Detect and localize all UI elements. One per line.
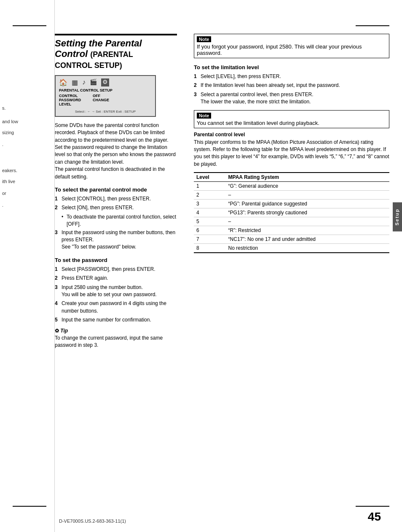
table-row: 2–: [194, 191, 389, 200]
menu-row-2: PASSWORD CHANGE: [59, 98, 152, 102]
menu-nav: Select : ← → Set : ENTER Exit : SETUP: [59, 110, 152, 113]
table-row: 1“G”: General audience: [194, 182, 389, 191]
table-row: 5–: [194, 217, 389, 226]
table-cell-level: 2: [194, 191, 226, 200]
home-icon: 🏠: [59, 78, 67, 86]
set-password-step-3: 3 Input 2580 using the number button.You…: [55, 284, 177, 299]
table-cell-level: 3: [194, 200, 226, 208]
set-limitation-label: To set the limitation level: [194, 64, 259, 70]
music-icon: ♪: [82, 78, 86, 86]
set-password-label: To set the password: [55, 257, 107, 263]
menu-icon: ▦: [72, 78, 78, 86]
left-column: Setting the ParentalControl (PARENTALCON…: [55, 34, 185, 498]
page: s. and low sizing . eakers. ith live or …: [0, 0, 402, 532]
set-password-step-2: 2 Press ENTER again.: [55, 275, 177, 282]
table-cell-rating: “NC17”: No one 17 and under admitted: [226, 235, 389, 244]
select-mode-list: 1 Select [CONTROL], then press ENTER. 2 …: [55, 195, 177, 251]
pc-level-body: This player conforms to the MPAA (Motion…: [194, 139, 389, 168]
table-body: 1“G”: General audience2–3“PG”: Parental …: [194, 182, 389, 253]
margin-line-7: or: [2, 191, 44, 196]
set-limitation-step-1: 1 Select [LEVEL], then press ENTER.: [194, 73, 389, 80]
mpaa-table: Level MPAA Rating System 1“G”: General a…: [194, 172, 389, 253]
table-cell-rating: No restriction: [226, 244, 389, 253]
select-mode-bullet: • To deactivate the parental control fun…: [62, 213, 177, 228]
note-playback-text: You cannot set the limitation level duri…: [197, 120, 386, 126]
select-mode-step-1: 1 Select [CONTROL], then press ENTER.: [55, 195, 177, 203]
footer-text: D-VE7000S.US.2-683-363-11(1): [59, 518, 126, 524]
tip-section: ✿ Tip To change the current password, in…: [55, 328, 177, 349]
left-margin-text: s. and low sizing . eakers. ith live or …: [2, 105, 44, 208]
left-margin: s. and low sizing . eakers. ith live or …: [0, 0, 55, 532]
menu-row-1: CONTROL OFF: [59, 94, 152, 98]
col-rating: MPAA Rating System: [226, 173, 389, 182]
select-mode-header: To select the parental control mode: [55, 186, 177, 193]
table-cell-level: 6: [194, 226, 226, 235]
main-content: Setting the ParentalControl (PARENTALCON…: [55, 34, 389, 498]
set-limitation-step-2: 2 If the limitation level has been alrea…: [194, 82, 389, 89]
table-cell-level: 1: [194, 182, 226, 191]
note-label-2: Note: [197, 113, 211, 119]
menu-title: PARENTAL CONTROL SETUP: [59, 88, 152, 92]
margin-line-5: eakers.: [2, 168, 44, 173]
menu-level-label: LEVEL: [59, 102, 84, 106]
margin-line-1: s.: [2, 105, 44, 111]
menu-mockup: 🏠 ▦ ♪ 🎬 ⚙ PARENTAL CONTROL SETUP CONTROL…: [55, 75, 156, 117]
tip-text: To change the current password, input th…: [55, 335, 177, 349]
set-limitation-header: To set the limitation level: [194, 64, 389, 70]
set-password-list: 1 Select [PASSWORD], then press ENTER. 2…: [55, 266, 177, 324]
table-cell-rating: “PG”: Parental guidance suggested: [226, 200, 389, 208]
margin-line-2: and low: [2, 119, 44, 124]
menu-row-3: LEVEL: [59, 102, 152, 106]
right-column: Note If you forgot your password, input …: [185, 34, 389, 498]
table-cell-rating: “PG13”: Parents strongly cautioned: [226, 208, 389, 217]
table-cell-rating: –: [226, 217, 389, 226]
menu-password-value: CHANGE: [93, 98, 109, 102]
footer: D-VE7000S.US.2-683-363-11(1): [59, 518, 126, 524]
note-playback: Note You cannot set the limitation level…: [194, 110, 389, 128]
margin-line-3: sizing: [2, 130, 44, 135]
table-row: 3“PG”: Parental guidance suggested: [194, 200, 389, 208]
video-icon: 🎬: [90, 78, 97, 86]
table-row: 4“PG13”: Parents strongly cautioned: [194, 208, 389, 217]
select-mode-label: To select the parental control mode: [55, 186, 147, 193]
table-cell-rating: “G”: General audience: [226, 182, 389, 191]
set-password-step-4: 4 Create your own password in 4 digits u…: [55, 300, 177, 315]
bottom-border-right: [356, 506, 389, 507]
select-mode-step-3: 3 Input the password using the number bu…: [55, 229, 177, 251]
table-header-row: Level MPAA Rating System: [194, 173, 389, 182]
menu-control-label: CONTROL: [59, 94, 84, 98]
table-cell-level: 7: [194, 235, 226, 244]
select-mode-step-2: 2 Select [ON], then press ENTER.: [55, 204, 177, 211]
note-forgot-text: If you forgot your password, input 2580.…: [197, 43, 386, 56]
table-cell-rating: “R”: Restricted: [226, 226, 389, 235]
settings-icon: ⚙: [101, 78, 109, 86]
table-row: 7“NC17”: No one 17 and under admitted: [194, 235, 389, 244]
note-forgot-password: Note If you forgot your password, input …: [194, 34, 389, 58]
table-cell-level: 5: [194, 217, 226, 226]
pc-level-title: Parental control level: [194, 132, 389, 138]
setup-tab-label: Setup: [394, 208, 399, 226]
table-row: 8No restriction: [194, 244, 389, 253]
margin-line-6: ith live: [2, 179, 44, 184]
col-level: Level: [194, 173, 226, 182]
table-cell-level: 4: [194, 208, 226, 217]
margin-line-4: .: [2, 142, 44, 147]
section-title: Setting the ParentalControl (PARENTALCON…: [55, 34, 177, 70]
set-password-header: To set the password: [55, 257, 177, 263]
menu-icons-row: 🏠 ▦ ♪ 🎬 ⚙: [59, 78, 152, 86]
margin-line-8: .: [2, 203, 44, 208]
set-password-step-1: 1 Select [PASSWORD], then press ENTER.: [55, 266, 177, 273]
top-border-right: [356, 25, 389, 26]
setup-tab: Setup: [393, 203, 402, 232]
menu-password-label: PASSWORD: [59, 98, 84, 102]
menu-control-value: OFF: [93, 94, 100, 98]
table-cell-level: 8: [194, 244, 226, 253]
set-password-step-5: 5 Input the same number for confirmation…: [55, 316, 177, 324]
set-limitation-list: 1 Select [LEVEL], then press ENTER. 2 If…: [194, 73, 389, 106]
table-row: 6“R”: Restricted: [194, 226, 389, 235]
set-limitation-step-3: 3 Select a parental control level, then …: [194, 91, 389, 106]
intro-text: Some DVDs have the parental control func…: [55, 122, 177, 181]
page-number: 45: [368, 510, 381, 524]
table-cell-rating: –: [226, 191, 389, 200]
tip-label: ✿ Tip: [55, 328, 177, 334]
